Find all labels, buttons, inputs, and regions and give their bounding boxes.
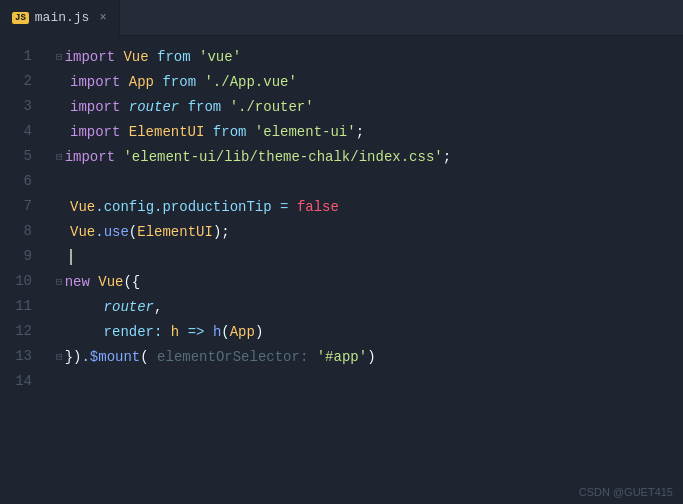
code-line: ⊟import 'element-ui/lib/theme-chalk/inde…	[52, 144, 683, 169]
code-line	[52, 369, 683, 394]
token-bool: false	[297, 199, 339, 215]
line-number: 1	[0, 44, 44, 69]
token-plain: }	[65, 349, 73, 365]
token-plain: )	[73, 349, 81, 365]
token-kw: new	[65, 274, 99, 290]
token-kw: import	[70, 124, 129, 140]
token-plain: ;	[443, 149, 451, 165]
token-plain: (	[221, 324, 229, 340]
token-class-name: Vue	[98, 274, 123, 290]
token-kw: import	[70, 99, 129, 115]
token-str: 'element-ui/lib/theme-chalk/index.css'	[123, 149, 442, 165]
token-param: h	[171, 324, 179, 340]
token-from-kw: from	[213, 124, 255, 140]
token-op: =	[280, 199, 288, 215]
line-number: 11	[0, 294, 44, 319]
fold-indicator[interactable]: ⊟	[56, 350, 63, 363]
token-str: '#app'	[317, 349, 367, 365]
token-plain: )	[255, 324, 263, 340]
line-number: 14	[0, 369, 44, 394]
token-plain: (	[140, 349, 148, 365]
token-plain	[272, 199, 280, 215]
token-str: './App.vue'	[204, 74, 296, 90]
token-from-kw: from	[188, 99, 230, 115]
token-from-kw: from	[162, 74, 204, 90]
line-number: 12	[0, 319, 44, 344]
text-cursor	[70, 249, 72, 265]
token-op: .	[95, 224, 103, 240]
token-op: :	[154, 324, 171, 340]
token-class-name: App	[230, 324, 255, 340]
code-line: ⊟new Vue({	[52, 269, 683, 294]
line-number: 6	[0, 169, 44, 194]
fold-indicator[interactable]: ⊟	[56, 50, 63, 63]
token-plain	[204, 324, 212, 340]
token-plain: ;	[356, 124, 364, 140]
token-prop: render	[104, 324, 154, 340]
token-router-kw: router	[104, 299, 154, 315]
token-plain	[179, 324, 187, 340]
line-number: 13	[0, 344, 44, 369]
tab-close-button[interactable]: ×	[99, 11, 106, 25]
line-numbers: 1234567891011121314	[0, 40, 52, 504]
watermark: CSDN @GUET415	[579, 486, 673, 498]
token-plain	[70, 324, 104, 340]
token-plain: )	[367, 349, 375, 365]
token-from-kw: from	[157, 49, 199, 65]
code-line: ⊟}).$mount( elementOrSelector: '#app')	[52, 344, 683, 369]
token-op: .	[154, 199, 162, 215]
line-number: 7	[0, 194, 44, 219]
code-line: render: h => h(App)	[52, 319, 683, 344]
code-line	[52, 169, 683, 194]
token-str: 'element-ui'	[255, 124, 356, 140]
token-plain: ({	[123, 274, 140, 290]
line-number: 3	[0, 94, 44, 119]
token-str: 'vue'	[199, 49, 241, 65]
token-prop: productionTip	[162, 199, 271, 215]
token-op: .	[95, 199, 103, 215]
line-number: 2	[0, 69, 44, 94]
code-line: import router from './router'	[52, 94, 683, 119]
token-class-name: App	[129, 74, 163, 90]
tab-main-js[interactable]: JS main.js ×	[0, 0, 120, 36]
tab-bar: JS main.js ×	[0, 0, 683, 36]
token-prop: config	[104, 199, 154, 215]
token-class-name: ElementUI	[129, 124, 213, 140]
token-op: =>	[188, 324, 205, 340]
token-plain: ,	[154, 299, 162, 315]
js-icon: JS	[12, 12, 29, 24]
line-number: 8	[0, 219, 44, 244]
line-number: 9	[0, 244, 44, 269]
token-plain: (	[129, 224, 137, 240]
code-line: ⊟import Vue from 'vue'	[52, 44, 683, 69]
line-number: 10	[0, 269, 44, 294]
token-class-name: Vue	[70, 224, 95, 240]
line-number: 5	[0, 144, 44, 169]
fold-indicator[interactable]: ⊟	[56, 150, 63, 163]
tab-filename: main.js	[35, 10, 90, 25]
token-kw: import	[65, 149, 124, 165]
code-line: import ElementUI from 'element-ui';	[52, 119, 683, 144]
code-lines: ⊟import Vue from 'vue'import App from '.…	[52, 40, 683, 504]
token-plain: );	[213, 224, 230, 240]
token-class-name: Vue	[123, 49, 157, 65]
fold-indicator[interactable]: ⊟	[56, 275, 63, 288]
code-area: 1234567891011121314 ⊟import Vue from 'vu…	[0, 36, 683, 504]
token-plain	[179, 99, 187, 115]
code-line	[52, 244, 683, 269]
token-op: .	[81, 349, 89, 365]
token-fn: use	[104, 224, 129, 240]
token-router-kw: router	[129, 99, 179, 115]
code-line: Vue.use(ElementUI);	[52, 219, 683, 244]
token-kw: import	[65, 49, 124, 65]
token-plain	[288, 199, 296, 215]
token-class-name: Vue	[70, 199, 95, 215]
code-line: import App from './App.vue'	[52, 69, 683, 94]
token-comment: elementOrSelector:	[149, 349, 317, 365]
code-line: router,	[52, 294, 683, 319]
token-str: './router'	[230, 99, 314, 115]
code-line: Vue.config.productionTip = false	[52, 194, 683, 219]
token-fn: $mount	[90, 349, 140, 365]
token-kw: import	[70, 74, 129, 90]
line-number: 4	[0, 119, 44, 144]
